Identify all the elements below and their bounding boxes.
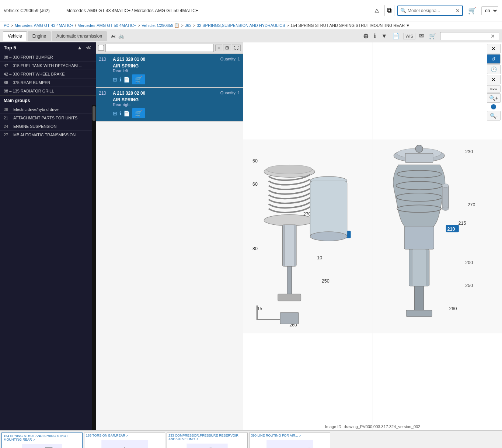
list-item[interactable]: 47 – 015 FUEL TANK WITH DETACHABL... bbox=[0, 62, 96, 70]
clipboard-icon[interactable]: 📋 bbox=[174, 23, 179, 28]
filter-toolbar-btn[interactable]: ▼ bbox=[380, 32, 388, 40]
doc-toolbar-btn[interactable]: 📄 bbox=[391, 32, 401, 40]
part-add-to-cart-btn[interactable]: 🛒 bbox=[132, 108, 145, 118]
breadcrumb-current[interactable]: 154 SPRING STRUT AND SPRING STRUT MOUNTI… bbox=[290, 23, 410, 28]
part-action-icons: ⊞ ℹ 📄 🛒 bbox=[113, 108, 240, 118]
zoom-in-toolbar-btn[interactable]: ⊕ bbox=[362, 31, 370, 41]
toolbar-search-input[interactable] bbox=[443, 34, 491, 38]
tab-vehicle[interactable]: Vehicle bbox=[3, 31, 27, 41]
motorcycle-icon[interactable]: 🏍 bbox=[111, 33, 115, 39]
svg-point-14 bbox=[264, 215, 315, 226]
svg-rect-41 bbox=[412, 249, 426, 286]
vehicle-label: Vehicle: C290659 (J62) bbox=[4, 8, 63, 13]
top5-title: Top 5 bbox=[4, 45, 16, 50]
thumbnail-label: 165 TORSION BAR,REAR ↗ bbox=[84, 433, 130, 438]
list-item[interactable]: 88 – 135 RADIATOR GRILL bbox=[0, 87, 96, 95]
breadcrumb-pc[interactable]: PC bbox=[4, 23, 9, 28]
breadcrumb-model2[interactable]: Mercedes-AMG GT 50 4MATIC+ bbox=[77, 23, 136, 28]
thumbnail-item[interactable]: 390 LINE ROUTING FOR AIR... ↗ bbox=[249, 433, 330, 448]
svg-rect-44 bbox=[442, 186, 449, 209]
thumbnail-item[interactable]: 233 COMPRESSOR,PRESSURE RESERVOIR AND VA… bbox=[167, 433, 248, 448]
svg-text:80: 80 bbox=[252, 246, 258, 251]
diagram-left: 50 60 210 210 80 270 10 250 15 260 bbox=[243, 42, 373, 430]
diagram-image-id: Image ID: drawing_PV000.003.317.324_vers… bbox=[325, 424, 421, 429]
svg-rect-43 bbox=[406, 310, 432, 317]
svg-rect-34 bbox=[405, 153, 433, 162]
part-table-icon-btn[interactable]: ⊞ bbox=[113, 111, 117, 116]
top5-minimize-btn[interactable]: ≪ bbox=[85, 45, 92, 50]
wis-toolbar-btn[interactable]: WIS bbox=[403, 33, 415, 39]
diagram-zoom-in-btn[interactable]: 🔍+ bbox=[487, 93, 501, 103]
list-item[interactable]: 08 Electric drive/hybrid drive bbox=[0, 105, 92, 114]
thumb-svg bbox=[6, 444, 78, 448]
part-info-icon-btn[interactable]: ℹ bbox=[119, 111, 121, 116]
model-search-box: 🔍 ✕ bbox=[397, 6, 463, 16]
list-item[interactable]: 21 ATTACHMENT PARTS FOR UNITS bbox=[0, 114, 92, 122]
list-item[interactable]: 24 ENGINE SUSPENSION bbox=[0, 122, 92, 131]
diagram-rotate-btn[interactable]: ↺ bbox=[487, 54, 501, 64]
copy-icon[interactable]: ⧉ bbox=[384, 5, 394, 16]
part-doc-icon-btn[interactable]: 📄 bbox=[123, 111, 130, 116]
breadcrumb-vehicle[interactable]: Vehicle: C290659 bbox=[142, 23, 173, 28]
tab-engine[interactable]: Engine bbox=[28, 31, 51, 41]
breadcrumb-j62[interactable]: J62 bbox=[185, 23, 192, 28]
part-description: Rear right bbox=[113, 102, 240, 107]
diagram-history-btn[interactable]: 🕐 bbox=[487, 64, 501, 74]
grid-view-btn[interactable]: ⊞ bbox=[223, 45, 231, 51]
svg-text:15: 15 bbox=[257, 306, 262, 311]
toolbar-search-clear[interactable]: ✕ bbox=[491, 33, 495, 39]
zoom-slider-knob[interactable] bbox=[491, 104, 496, 109]
part-table-icon-btn[interactable]: ⊞ bbox=[113, 77, 117, 83]
list-item[interactable]: 27 MB AUTOMATIC TRANSMISSION bbox=[0, 131, 92, 139]
bike-icon[interactable]: 🚲 bbox=[118, 33, 124, 39]
info-toolbar-btn[interactable]: ℹ bbox=[372, 32, 377, 40]
part-doc-icon-btn[interactable]: 📄 bbox=[123, 77, 130, 83]
svg-text:215: 215 bbox=[458, 221, 466, 226]
list-item[interactable]: 88 – 030 FRONT BUMPER bbox=[0, 53, 96, 62]
part-add-to-cart-btn[interactable]: 🛒 bbox=[132, 74, 145, 84]
part-action-icons: ⊞ ℹ 📄 🛒 bbox=[113, 74, 240, 84]
model-label: Mercedes-AMG GT 43 4MATIC+ / Mercedes-AM… bbox=[66, 8, 369, 13]
part-code: A 213 328 02 00 bbox=[113, 91, 217, 96]
svg-text:10: 10 bbox=[317, 255, 322, 260]
breadcrumb-springs[interactable]: 32 SPRINGS,SUSPENSION AND HYDRAULICS bbox=[197, 23, 285, 28]
thumbnail-image bbox=[167, 442, 247, 448]
breadcrumb-model1[interactable]: Mercedes-AMG GT 43 4MATIC+ bbox=[15, 23, 73, 28]
language-select[interactable]: en de fr bbox=[481, 6, 498, 15]
thumb-svg bbox=[171, 444, 243, 448]
mail-toolbar-btn[interactable]: ✉ bbox=[418, 32, 425, 40]
list-item[interactable]: 88 – 075 REAR BUMPER bbox=[0, 78, 96, 87]
svg-text:210: 210 bbox=[447, 227, 455, 232]
part-info-icon-btn[interactable]: ℹ bbox=[119, 77, 121, 83]
diagram-zoom-out-btn[interactable]: 🔍- bbox=[487, 111, 501, 120]
svg-rect-48 bbox=[22, 444, 62, 448]
toolbar-search-box: ✕ bbox=[440, 32, 499, 40]
part-item[interactable]: 210 A 213 328 02 00 Quantity: 1 AIR SPRI… bbox=[96, 88, 243, 122]
diagram-cross-btn[interactable]: ✕ bbox=[487, 75, 501, 84]
cart-toolbar-btn[interactable]: 🛒 bbox=[428, 32, 438, 40]
thumbnail-item[interactable]: 165 TORSION BAR,REAR ↗ bbox=[84, 433, 165, 448]
part-name: AIR SPRING bbox=[113, 63, 240, 69]
diagram-close-btn[interactable]: ✕ bbox=[487, 44, 501, 53]
cart-button[interactable]: 🛒 bbox=[466, 5, 478, 16]
svg-rect-16 bbox=[285, 225, 294, 266]
diagram-main: 50 60 210 210 80 270 10 250 15 260 bbox=[243, 42, 502, 430]
warning-icon[interactable]: ⚠ bbox=[372, 6, 381, 15]
svg-point-13 bbox=[266, 165, 313, 174]
list-view-btn[interactable]: ≡ bbox=[215, 45, 222, 51]
tab-automatic-transmission[interactable]: Automatic transmission bbox=[52, 31, 107, 41]
header: Vehicle: C290659 (J62) Mercedes-AMG GT 4… bbox=[0, 0, 502, 21]
diagram-svg-btn[interactable]: SVG bbox=[487, 85, 501, 92]
model-search-input[interactable] bbox=[408, 8, 456, 13]
thumbnail-item[interactable]: 154 SPRING STRUT AND SPRING STRUT MOUNTI… bbox=[1, 433, 83, 448]
left-panel-scrollbar[interactable] bbox=[92, 105, 96, 430]
parts-select-all-checkbox[interactable] bbox=[98, 45, 104, 51]
thumbnail-image bbox=[84, 438, 165, 448]
parts-search-input[interactable] bbox=[105, 44, 214, 52]
part-item[interactable]: 210 A 213 328 01 00 Quantity: 1 AIR SPRI… bbox=[96, 54, 243, 88]
scrollbar-thumb[interactable] bbox=[93, 106, 95, 121]
clear-search-button[interactable]: ✕ bbox=[456, 8, 460, 14]
top5-collapse-btn[interactable]: ▲ bbox=[76, 45, 83, 50]
fullscreen-view-btn[interactable]: ⛶ bbox=[232, 45, 241, 51]
list-item[interactable]: 42 – 030 FRONT WHEEL BRAKE bbox=[0, 70, 96, 78]
